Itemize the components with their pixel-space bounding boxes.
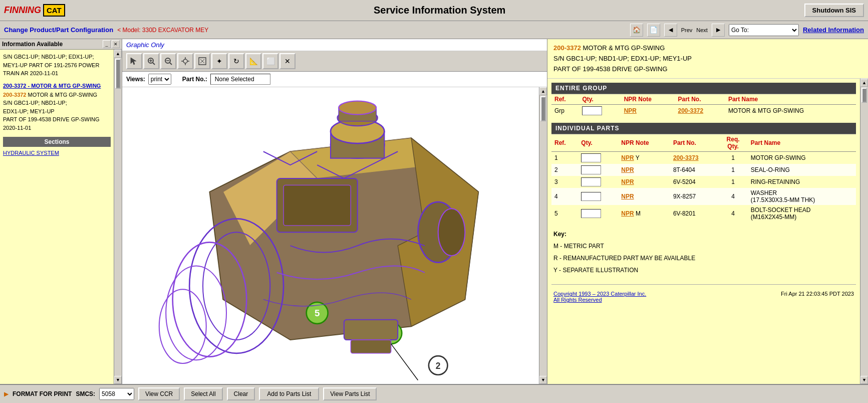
smcs-select[interactable]: 5058 bbox=[99, 388, 134, 400]
partno-label: Part No.: bbox=[182, 76, 207, 83]
ip-col-npr: NPR Note bbox=[618, 134, 670, 152]
copyright-link[interactable]: Copyright 1993 – 2023 Caterpillar Inc.Al… bbox=[553, 291, 646, 303]
grp-npr-link[interactable]: NPR bbox=[624, 107, 637, 114]
zoom-out-btn[interactable] bbox=[160, 53, 176, 69]
measure-btn[interactable]: 📐 bbox=[245, 53, 261, 69]
prev-btn[interactable]: ◀ bbox=[664, 24, 677, 37]
next-label: Next bbox=[696, 27, 708, 33]
right-scroll-down[interactable]: ▼ bbox=[860, 376, 868, 384]
sidebar-close-btn[interactable]: ✕ bbox=[112, 40, 120, 48]
svg-line-6 bbox=[170, 63, 172, 65]
graphic-main: 5 2 bbox=[122, 87, 539, 384]
cursor-btn[interactable]: ✕ bbox=[279, 53, 296, 69]
main-area: Information Available _ ✕ S/N GBC1-UP; N… bbox=[0, 39, 868, 384]
svg-rect-27 bbox=[283, 185, 351, 226]
key-label: Key: bbox=[553, 228, 854, 240]
entire-group-row: Grp NPR 200-3372 MOTOR & MTG GP-SWING bbox=[551, 105, 856, 117]
next-btn[interactable]: ▶ bbox=[712, 24, 725, 37]
explode-btn[interactable]: ✦ bbox=[211, 53, 227, 69]
date-text: Fri Apr 21 22:03:45 PDT 2023 bbox=[781, 291, 854, 303]
change-config-title: Change Product/Part Configuration bbox=[4, 26, 113, 34]
select-all-button[interactable]: Select All bbox=[184, 387, 222, 400]
divider bbox=[551, 284, 856, 285]
col-qty: Qty. bbox=[579, 94, 621, 105]
goto-select[interactable]: Go To: bbox=[729, 24, 799, 36]
row3-qty-input[interactable] bbox=[581, 177, 601, 186]
part-graphic-svg: 5 2 bbox=[122, 87, 539, 384]
zoom-in-btn[interactable] bbox=[143, 53, 159, 69]
sidebar-motor-link[interactable]: 200-3372 - MOTOR & MTG GP-SWING bbox=[3, 83, 111, 89]
col-partname: Part Name bbox=[725, 94, 856, 105]
select-tool-btn[interactable] bbox=[126, 53, 142, 69]
svg-text:5: 5 bbox=[315, 308, 320, 318]
row5-qty-input[interactable] bbox=[581, 209, 601, 218]
ip-col-reqqty: Req.Qty. bbox=[718, 134, 747, 152]
row1-qty-input[interactable] bbox=[581, 153, 601, 162]
svg-line-2 bbox=[153, 63, 155, 65]
view-parts-list-button[interactable]: View Parts List bbox=[323, 387, 377, 400]
row5-npr-link[interactable]: NPR bbox=[621, 210, 634, 217]
svg-point-33 bbox=[339, 101, 376, 115]
row1-partno-link[interactable]: 200-3373 bbox=[673, 154, 699, 161]
format-arrow: ▶ bbox=[4, 390, 9, 397]
row4-npr-link[interactable]: NPR bbox=[621, 193, 634, 200]
smcs-label: SMCS: bbox=[76, 390, 95, 397]
pan-btn[interactable] bbox=[177, 53, 193, 69]
clear-button[interactable]: Clear bbox=[227, 387, 255, 400]
finning-logo: FINNING bbox=[4, 5, 41, 16]
right-scroll-up[interactable]: ▲ bbox=[860, 79, 868, 87]
svg-text:2: 2 bbox=[436, 361, 441, 371]
prev-label: Prev bbox=[681, 27, 693, 33]
model-label: < Model: 330D EXCAVATOR MEY bbox=[117, 27, 208, 34]
graphic-vscrollbar: ▲ ▼ bbox=[539, 87, 547, 384]
view-ccr-button[interactable]: View CCR bbox=[138, 387, 180, 400]
right-panel-header: 200-3372 MOTOR & MTG GP-SWING S/N GBC1-U… bbox=[547, 39, 868, 79]
label-btn[interactable]: ⬜ bbox=[262, 53, 278, 69]
sidebar-header: Information Available _ ✕ bbox=[0, 39, 122, 50]
grp-partno: 200-3372 bbox=[675, 105, 725, 117]
col-partno: Part No. bbox=[675, 94, 725, 105]
individual-parts-table: Ref. Qty. NPR Note Part No. Req.Qty. Par… bbox=[551, 134, 856, 222]
col-ref: Ref. bbox=[551, 94, 579, 105]
related-info-link[interactable]: Related Information bbox=[803, 26, 864, 34]
row1-npr-link[interactable]: NPR bbox=[621, 154, 634, 161]
home-icon-btn[interactable]: 🏠 bbox=[630, 24, 643, 37]
ip-col-ref: Ref. bbox=[551, 134, 578, 152]
sidebar-item-2: 200-3372 - MOTOR & MTG GP-SWING 200-3372… bbox=[3, 83, 111, 132]
table-row: 1 NPR Y 200-3373 1 MOTOR GP-SWING bbox=[551, 152, 856, 164]
individual-parts-header: INDIVIDUAL PARTS bbox=[551, 123, 856, 134]
fit-btn[interactable] bbox=[194, 53, 210, 69]
bottom-bar: ▶ FORMAT FOR PRINT SMCS: 5058 View CCR S… bbox=[0, 384, 868, 403]
document-icon-btn[interactable]: 📄 bbox=[647, 24, 660, 37]
partno-value: None Selected bbox=[210, 74, 270, 85]
hydraulic-system-link[interactable]: HYDRAULIC SYSTEM bbox=[3, 150, 111, 156]
table-row: 4 NPR 9X-8257 4 WASHER(17.5X30X3.5-MM TH… bbox=[551, 188, 856, 205]
row3-npr-link[interactable]: NPR bbox=[621, 178, 634, 185]
sidebar-minimize-btn[interactable]: _ bbox=[103, 40, 111, 48]
grp-qty-input[interactable] bbox=[582, 106, 602, 115]
grp-qty bbox=[579, 105, 621, 117]
add-to-parts-button[interactable]: Add to Parts List bbox=[259, 387, 319, 400]
grp-npr: NPR bbox=[621, 105, 675, 117]
row2-qty-input[interactable] bbox=[581, 165, 601, 174]
graphic-scroll-down[interactable]: ▼ bbox=[539, 376, 547, 384]
grp-partno-link[interactable]: 200-3372 bbox=[678, 107, 703, 114]
right-panel-content: ENTIRE GROUP Ref. Qty. NPR Note Part No.… bbox=[547, 79, 860, 384]
view-controls: Views: print Part No.: None Selected bbox=[122, 72, 547, 87]
graphic-viewport: 5 2 bbox=[122, 87, 547, 384]
rotate-btn[interactable]: ↻ bbox=[228, 53, 244, 69]
sidebar-scroll-up[interactable]: ▲ bbox=[114, 50, 122, 58]
part-title: 200-3372 MOTOR & MTG GP-SWING S/N GBC1-U… bbox=[553, 43, 862, 74]
sidebar-scroll-down[interactable]: ▼ bbox=[114, 376, 122, 384]
sidebar-scrollbar: ▲ ▼ bbox=[114, 50, 122, 384]
svg-point-35 bbox=[438, 209, 465, 256]
graphic-scroll-up[interactable]: ▲ bbox=[539, 87, 547, 95]
cat-logo: CAT bbox=[43, 4, 65, 17]
entire-group-section: ENTIRE GROUP Ref. Qty. NPR Note Part No.… bbox=[551, 83, 856, 117]
views-select[interactable]: print bbox=[148, 74, 171, 85]
row2-npr-link[interactable]: NPR bbox=[621, 166, 634, 173]
graphic-only-label: Graphic Only bbox=[122, 39, 547, 51]
key-m: M - METRIC PART bbox=[553, 240, 854, 252]
row4-qty-input[interactable] bbox=[581, 192, 601, 201]
shutdown-button[interactable]: Shutdown SIS bbox=[804, 4, 864, 17]
